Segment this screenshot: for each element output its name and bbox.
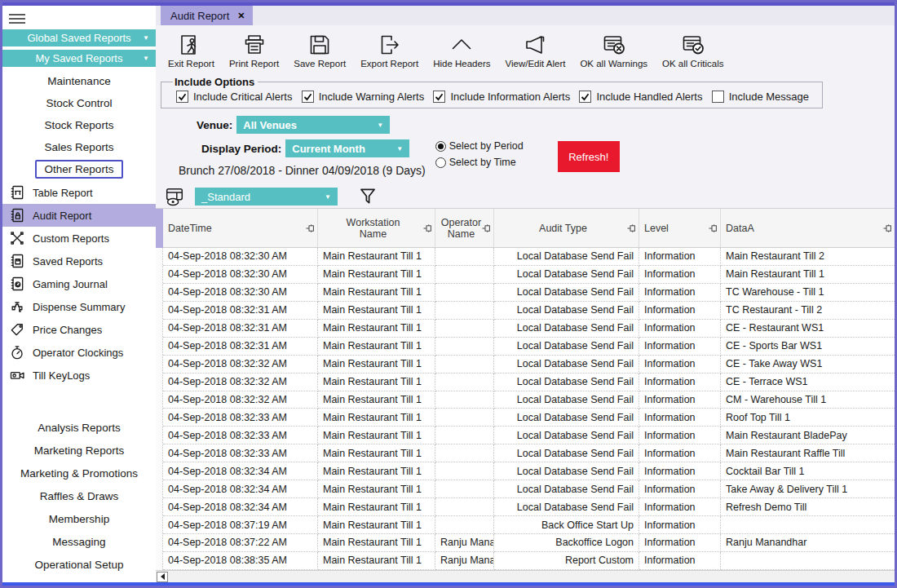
sidebar-item-till-keylogs[interactable]: Till KeyLogs — [2, 364, 156, 387]
column-pin-icon[interactable] — [423, 224, 432, 232]
cell-datetime: 04-Sep-2018 08:32:34 AM — [163, 462, 318, 480]
table-row[interactable]: 04-Sep-2018 08:32:30 AMMain Restaurant T… — [163, 284, 895, 302]
hide-headers-button[interactable]: Hide Headers — [426, 27, 497, 74]
table-row[interactable]: 04-Sep-2018 08:32:34 AMMain Restaurant T… — [163, 498, 895, 516]
toolbar: Exit ReportPrint ReportSave ReportExport… — [156, 25, 895, 76]
column-header-dataa[interactable]: DataA — [721, 209, 895, 247]
column-pin-icon[interactable] — [482, 224, 491, 232]
grid-layout-eye-icon[interactable] — [164, 186, 185, 207]
sidebar-item-table-report[interactable]: Table Report — [2, 181, 156, 204]
table-row[interactable]: 04-Sep-2018 08:37:19 AMMain Restaurant T… — [163, 516, 895, 534]
sidebar-item-maintenance[interactable]: Maintenance — [2, 70, 156, 92]
cell-audit-type: Local Database Send Fail — [494, 409, 639, 427]
table-row[interactable]: 04-Sep-2018 08:32:34 AMMain Restaurant T… — [163, 462, 895, 480]
ok-all-criticals-button[interactable]: OK all Criticals — [655, 27, 731, 74]
global-saved-reports-dropdown[interactable]: Global Saved Reports ▼ — [2, 29, 156, 46]
include-information-alerts-checkbox[interactable]: Include Information Alerts — [433, 91, 570, 103]
column-header-datetime[interactable]: DateTime — [163, 209, 318, 247]
table-row[interactable]: 04-Sep-2018 08:37:22 AMMain Restaurant T… — [163, 534, 895, 552]
view-edit-alert-button[interactable]: View/Edit Alert — [497, 27, 572, 74]
table-row[interactable]: 04-Sep-2018 08:32:31 AMMain Restaurant T… — [163, 302, 895, 320]
table-row[interactable]: 04-Sep-2018 08:32:33 AMMain Restaurant T… — [163, 409, 895, 427]
horizontal-scrollbar[interactable] — [156, 570, 895, 582]
cell-level: Information — [639, 374, 721, 391]
refresh-button[interactable]: Refresh! — [558, 141, 620, 172]
select-by-time-radio[interactable]: Select by Time — [435, 154, 524, 170]
my-saved-reports-dropdown[interactable]: My Saved Reports ▼ — [2, 50, 156, 67]
table-row[interactable]: 04-Sep-2018 08:32:31 AMMain Restaurant T… — [163, 338, 895, 356]
exit-report-button[interactable]: Exit Report — [161, 27, 222, 74]
table-row[interactable]: 04-Sep-2018 08:32:32 AMMain Restaurant T… — [163, 356, 895, 374]
column-pin-icon[interactable] — [709, 224, 718, 232]
table-row[interactable]: 04-Sep-2018 08:32:32 AMMain Restaurant T… — [163, 374, 895, 391]
checkbox-label: Include Critical Alerts — [193, 91, 292, 103]
scroll-left-arrow[interactable] — [157, 572, 168, 582]
cell-audit-type: Local Database Send Fail — [494, 266, 639, 284]
print-report-button[interactable]: Print Report — [222, 27, 286, 74]
sidebar-item-dispense-summary[interactable]: Dispense Summary — [2, 295, 156, 318]
tab-close-icon[interactable]: ✕ — [237, 11, 245, 21]
column-header-workstation-name[interactable]: Workstation Name — [318, 209, 435, 247]
chevron-down-icon: ▼ — [143, 55, 149, 62]
sidebar-item-price-changes[interactable]: Price Changes — [2, 318, 156, 341]
sidebar-item-label: Dispense Summary — [33, 301, 125, 313]
sidebar-item-membership[interactable]: Membership — [2, 507, 156, 530]
table-row[interactable]: 04-Sep-2018 08:32:33 AMMain Restaurant T… — [163, 444, 895, 462]
sidebar-item-analysis-reports[interactable]: Analysis Reports — [2, 416, 156, 439]
sidebar-item-gaming-journal[interactable]: Gaming Journal — [2, 272, 156, 295]
sidebar-item-stock-reports[interactable]: Stock Reports — [2, 114, 156, 136]
global-saved-reports-label: Global Saved Reports — [27, 32, 130, 44]
cell-dataa: Refresh Demo Till — [721, 498, 895, 516]
include-warning-alerts-checkbox[interactable]: Include Warning Alerts — [302, 91, 425, 103]
display-period-dropdown[interactable]: Current Month ▼ — [285, 139, 409, 157]
sidebar-item-marketing-promotions[interactable]: Marketing & Promotions — [2, 462, 156, 484]
column-pin-icon[interactable] — [627, 224, 636, 232]
cell-workstation-name: Main Restaurant Till 1 — [318, 552, 435, 570]
cell-dataa: Take Away & Delivery Till 1 — [721, 480, 895, 498]
column-header-operator-name[interactable]: Operator Name — [435, 209, 494, 247]
sidebar-item-sales-reports[interactable]: Sales Reports — [2, 136, 156, 158]
sidebar-item-saved-reports[interactable]: Saved Reports — [2, 250, 156, 272]
include-critical-alerts-checkbox[interactable]: Include Critical Alerts — [176, 91, 292, 103]
table-row[interactable]: 04-Sep-2018 08:32:30 AMMain Restaurant T… — [163, 266, 895, 284]
sidebar-item-other-reports[interactable]: Other Reports — [35, 160, 124, 179]
column-pin-icon[interactable] — [306, 224, 315, 232]
layout-dropdown[interactable]: _Standard ▼ — [195, 188, 338, 206]
tab-audit-report[interactable]: Audit Report ✕ — [161, 6, 253, 25]
sidebar-item-marketing-reports[interactable]: Marketing Reports — [2, 439, 156, 462]
table-row[interactable]: 04-Sep-2018 08:32:31 AMMain Restaurant T… — [163, 320, 895, 338]
cell-level: Information — [639, 534, 721, 552]
table-row[interactable]: 04-Sep-2018 08:38:35 AMMain Restaurant T… — [163, 552, 895, 570]
export-report-button[interactable]: Export Report — [353, 27, 426, 74]
cell-operator-name — [435, 427, 494, 444]
table-row[interactable]: 04-Sep-2018 08:32:32 AMMain Restaurant T… — [163, 391, 895, 409]
column-pin-icon[interactable] — [883, 224, 892, 232]
include-message-checkbox[interactable]: Include Message — [712, 91, 809, 103]
cell-datetime: 04-Sep-2018 08:32:33 AM — [163, 409, 318, 427]
ok-all-warnings-button[interactable]: OK all Warnings — [572, 27, 655, 74]
checkbox-unchecked-icon — [712, 91, 724, 103]
venue-label: Venue: — [197, 119, 232, 131]
save-report-button[interactable]: Save Report — [286, 27, 353, 74]
sidebar-item-raffles-draws[interactable]: Raffles & Draws — [2, 484, 156, 507]
checkbox-checked-icon — [302, 91, 314, 103]
sidebar-item-messaging[interactable]: Messaging — [2, 530, 156, 553]
sidebar-item-operational-setup[interactable]: Operational Setup — [2, 553, 156, 576]
column-header-audit-type[interactable]: Audit Type — [494, 209, 639, 247]
sidebar-item-audit-report[interactable]: Audit Report — [2, 204, 156, 227]
hamburger-menu-icon[interactable] — [9, 11, 25, 26]
sidebar-item-operator-clockings[interactable]: Operator Clockings — [2, 341, 156, 364]
select-by-period-radio[interactable]: Select by Period — [435, 138, 524, 154]
cell-level: Information — [639, 462, 721, 480]
sidebar-item-stock-control[interactable]: Stock Control — [2, 92, 156, 114]
column-header-level[interactable]: Level — [639, 209, 721, 247]
include-handled-alerts-checkbox[interactable]: Include Handled Alerts — [579, 91, 702, 103]
cell-level: Information — [639, 338, 721, 356]
table-row[interactable]: 04-Sep-2018 08:32:34 AMMain Restaurant T… — [163, 480, 895, 498]
table-row[interactable]: 04-Sep-2018 08:32:33 AMMain Restaurant T… — [163, 427, 895, 444]
table-row[interactable]: 04-Sep-2018 08:32:30 AMMain Restaurant T… — [163, 248, 895, 266]
venue-dropdown[interactable]: All Venues ▼ — [236, 116, 390, 134]
column-header-label: Level — [644, 223, 669, 234]
filter-funnel-icon[interactable] — [357, 186, 378, 207]
sidebar-item-custom-reports[interactable]: Custom Reports — [2, 227, 156, 250]
